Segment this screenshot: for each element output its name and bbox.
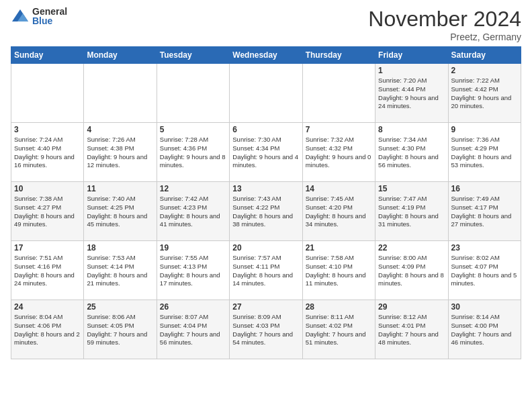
month-title: November 2024 [368, 7, 521, 32]
day-cell: 20Sunrise: 7:57 AM Sunset: 4:11 PM Dayli… [230, 241, 302, 300]
day-number: 14 [306, 184, 372, 193]
title-block: November 2024 Preetz, Germany [368, 7, 521, 42]
day-cell: 10Sunrise: 7:38 AM Sunset: 4:27 PM Dayli… [11, 182, 84, 241]
week-row-1: 1Sunrise: 7:20 AM Sunset: 4:44 PM Daylig… [11, 64, 521, 123]
day-cell: 24Sunrise: 8:04 AM Sunset: 4:06 PM Dayli… [11, 300, 84, 359]
day-info: Sunrise: 7:57 AM Sunset: 4:11 PM Dayligh… [232, 254, 299, 288]
day-number: 29 [378, 302, 445, 312]
day-info: Sunrise: 8:11 AM Sunset: 4:02 PM Dayligh… [306, 313, 372, 347]
day-cell: 26Sunrise: 8:07 AM Sunset: 4:04 PM Dayli… [157, 300, 229, 359]
weekday-header-wednesday: Wednesday [230, 47, 302, 64]
weekday-header-monday: Monday [84, 47, 157, 64]
logo-blue: Blue [32, 16, 67, 26]
logo-icon [11, 7, 30, 26]
day-info: Sunrise: 7:40 AM Sunset: 4:25 PM Dayligh… [87, 195, 153, 229]
logo-general: General [32, 7, 67, 16]
day-info: Sunrise: 8:12 AM Sunset: 4:01 PM Dayligh… [378, 313, 445, 347]
day-number: 15 [378, 184, 445, 193]
day-info: Sunrise: 8:06 AM Sunset: 4:05 PM Dayligh… [87, 313, 153, 347]
day-number: 26 [160, 302, 226, 312]
day-info: Sunrise: 7:28 AM Sunset: 4:36 PM Dayligh… [160, 136, 226, 170]
day-number: 1 [378, 66, 445, 75]
day-cell: 13Sunrise: 7:43 AM Sunset: 4:22 PM Dayli… [230, 182, 302, 241]
day-cell: 18Sunrise: 7:53 AM Sunset: 4:14 PM Dayli… [84, 241, 157, 300]
calendar-body: 1Sunrise: 7:20 AM Sunset: 4:44 PM Daylig… [11, 64, 521, 359]
day-cell: 1Sunrise: 7:20 AM Sunset: 4:44 PM Daylig… [375, 64, 448, 123]
header: General Blue November 2024 Preetz, Germa… [11, 7, 521, 42]
day-info: Sunrise: 7:20 AM Sunset: 4:44 PM Dayligh… [378, 77, 445, 111]
day-cell: 6Sunrise: 7:30 AM Sunset: 4:34 PM Daylig… [230, 123, 302, 182]
day-info: Sunrise: 7:22 AM Sunset: 4:42 PM Dayligh… [451, 77, 518, 111]
day-cell: 22Sunrise: 8:00 AM Sunset: 4:09 PM Dayli… [375, 241, 448, 300]
day-cell [11, 64, 84, 123]
day-info: Sunrise: 8:00 AM Sunset: 4:09 PM Dayligh… [378, 254, 445, 288]
calendar: SundayMondayTuesdayWednesdayThursdayFrid… [11, 46, 521, 359]
day-number: 3 [14, 125, 81, 134]
day-info: Sunrise: 7:24 AM Sunset: 4:40 PM Dayligh… [14, 136, 81, 170]
day-cell [302, 64, 375, 123]
logo-text: General Blue [32, 7, 67, 26]
day-number: 20 [232, 243, 299, 253]
day-cell: 14Sunrise: 7:45 AM Sunset: 4:20 PM Dayli… [302, 182, 375, 241]
day-cell: 3Sunrise: 7:24 AM Sunset: 4:40 PM Daylig… [11, 123, 84, 182]
day-info: Sunrise: 7:36 AM Sunset: 4:29 PM Dayligh… [451, 136, 518, 170]
day-number: 16 [451, 184, 518, 193]
day-number: 19 [160, 243, 226, 253]
day-number: 30 [451, 302, 518, 312]
day-cell: 30Sunrise: 8:14 AM Sunset: 4:00 PM Dayli… [448, 300, 521, 359]
day-cell: 27Sunrise: 8:09 AM Sunset: 4:03 PM Dayli… [230, 300, 302, 359]
weekday-header-tuesday: Tuesday [157, 47, 229, 64]
day-number: 17 [14, 243, 81, 253]
day-info: Sunrise: 7:51 AM Sunset: 4:16 PM Dayligh… [14, 254, 81, 288]
day-number: 5 [160, 125, 226, 134]
day-info: Sunrise: 8:09 AM Sunset: 4:03 PM Dayligh… [232, 313, 299, 347]
day-number: 9 [451, 125, 518, 134]
day-info: Sunrise: 8:04 AM Sunset: 4:06 PM Dayligh… [14, 313, 81, 347]
day-number: 25 [87, 302, 153, 312]
day-number: 27 [232, 302, 299, 312]
day-info: Sunrise: 7:58 AM Sunset: 4:10 PM Dayligh… [306, 254, 372, 288]
day-cell [84, 64, 157, 123]
day-cell [230, 64, 302, 123]
day-info: Sunrise: 7:32 AM Sunset: 4:32 PM Dayligh… [306, 136, 372, 170]
day-info: Sunrise: 8:07 AM Sunset: 4:04 PM Dayligh… [160, 313, 226, 347]
day-number: 2 [451, 66, 518, 75]
weekday-header-sunday: Sunday [11, 47, 84, 64]
day-number: 18 [87, 243, 153, 253]
day-number: 22 [378, 243, 445, 253]
week-row-3: 10Sunrise: 7:38 AM Sunset: 4:27 PM Dayli… [11, 182, 521, 241]
day-number: 12 [160, 184, 226, 193]
day-info: Sunrise: 7:55 AM Sunset: 4:13 PM Dayligh… [160, 254, 226, 288]
day-number: 6 [232, 125, 299, 134]
day-info: Sunrise: 7:43 AM Sunset: 4:22 PM Dayligh… [232, 195, 299, 229]
day-cell: 19Sunrise: 7:55 AM Sunset: 4:13 PM Dayli… [157, 241, 229, 300]
day-cell: 8Sunrise: 7:34 AM Sunset: 4:30 PM Daylig… [375, 123, 448, 182]
day-info: Sunrise: 8:02 AM Sunset: 4:07 PM Dayligh… [451, 254, 518, 288]
day-cell: 25Sunrise: 8:06 AM Sunset: 4:05 PM Dayli… [84, 300, 157, 359]
day-cell: 7Sunrise: 7:32 AM Sunset: 4:32 PM Daylig… [302, 123, 375, 182]
day-number: 24 [14, 302, 81, 312]
calendar-header: SundayMondayTuesdayWednesdayThursdayFrid… [11, 47, 521, 64]
day-cell: 9Sunrise: 7:36 AM Sunset: 4:29 PM Daylig… [448, 123, 521, 182]
day-cell [157, 64, 229, 123]
day-info: Sunrise: 7:45 AM Sunset: 4:20 PM Dayligh… [306, 195, 372, 229]
day-info: Sunrise: 7:30 AM Sunset: 4:34 PM Dayligh… [232, 136, 299, 170]
day-number: 23 [451, 243, 518, 253]
weekday-header-saturday: Saturday [448, 47, 521, 64]
day-info: Sunrise: 7:26 AM Sunset: 4:38 PM Dayligh… [87, 136, 153, 170]
day-number: 7 [306, 125, 372, 134]
day-cell: 12Sunrise: 7:42 AM Sunset: 4:23 PM Dayli… [157, 182, 229, 241]
logo: General Blue [11, 7, 67, 26]
weekday-row: SundayMondayTuesdayWednesdayThursdayFrid… [11, 47, 521, 64]
weekday-header-thursday: Thursday [302, 47, 375, 64]
day-cell: 29Sunrise: 8:12 AM Sunset: 4:01 PM Dayli… [375, 300, 448, 359]
weekday-header-friday: Friday [375, 47, 448, 64]
day-cell: 11Sunrise: 7:40 AM Sunset: 4:25 PM Dayli… [84, 182, 157, 241]
day-info: Sunrise: 7:42 AM Sunset: 4:23 PM Dayligh… [160, 195, 226, 229]
day-info: Sunrise: 7:47 AM Sunset: 4:19 PM Dayligh… [378, 195, 445, 229]
day-info: Sunrise: 7:53 AM Sunset: 4:14 PM Dayligh… [87, 254, 153, 288]
day-number: 21 [306, 243, 372, 253]
day-info: Sunrise: 7:38 AM Sunset: 4:27 PM Dayligh… [14, 195, 81, 229]
day-cell: 15Sunrise: 7:47 AM Sunset: 4:19 PM Dayli… [375, 182, 448, 241]
week-row-2: 3Sunrise: 7:24 AM Sunset: 4:40 PM Daylig… [11, 123, 521, 182]
